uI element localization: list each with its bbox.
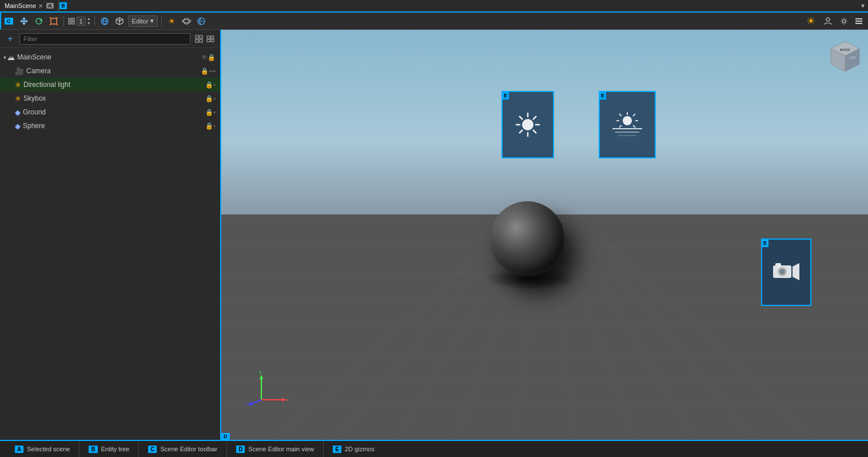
gizmo-camera[interactable]: E xyxy=(761,239,811,306)
tree-item-root[interactable]: ▾ ⛰ MainScene 👁 🔒 xyxy=(0,50,220,64)
sun-btn[interactable]: ☀ xyxy=(165,15,178,27)
gizmo1-sun-icon xyxy=(513,110,542,139)
planet-btn[interactable] xyxy=(180,15,193,27)
svg-line-71 xyxy=(619,125,622,128)
dlight-more-icon[interactable]: • xyxy=(213,81,216,88)
status-2d-gizmos: E 2D gizmos xyxy=(324,441,384,457)
axis-gizmo-svg: Y X Z xyxy=(244,371,290,406)
status-d-badge: D xyxy=(236,446,245,453)
tree-item-skybox[interactable]: ✳ Skybox 🔒 • xyxy=(0,92,220,105)
snap-down-icon[interactable]: ▼ xyxy=(87,21,91,26)
camera-lock-icon[interactable]: 🔒 xyxy=(201,67,209,75)
tree-item-ground[interactable]: ◆ Ground 🔒 • xyxy=(0,105,220,119)
more-icon xyxy=(855,17,862,25)
status-scene-toolbar: C Scene Editor toolbar xyxy=(139,441,227,457)
status-entity-tree: B Entity tree xyxy=(79,441,139,457)
status-selected-scene-text: Selected scene xyxy=(27,446,70,452)
tree-item-directional-light[interactable]: ✳ Directional light 🔒 • xyxy=(0,78,220,92)
world-toggle-button[interactable] xyxy=(98,15,111,27)
svg-line-66 xyxy=(633,114,635,116)
tab-overflow-icon: ▾ xyxy=(861,2,865,10)
gizmo-skybox[interactable]: E xyxy=(599,91,656,158)
rotate-tool-button[interactable] xyxy=(33,15,45,27)
toolbar-c-badge: C xyxy=(5,18,13,25)
svg-rect-12 xyxy=(855,18,862,19)
globe-btn[interactable] xyxy=(195,15,208,27)
snap-control: 1 ▲ ▼ xyxy=(67,17,91,26)
nav-cube-svg: BACK LEFT xyxy=(828,38,862,73)
root-lock-icon[interactable]: 🔒 xyxy=(208,54,216,61)
ground-more-icon[interactable]: • xyxy=(213,109,216,116)
filter-input[interactable] xyxy=(19,33,190,45)
snap-value: 1 xyxy=(77,17,86,26)
svg-rect-21 xyxy=(207,39,210,42)
camera-icon: 🎥 xyxy=(15,67,24,75)
nav-cube[interactable]: BACK LEFT xyxy=(828,38,862,73)
tab-mainscene[interactable]: MainScene ✕ A xyxy=(0,0,59,11)
toolbar-right-sun[interactable]: ☀ xyxy=(803,13,819,29)
planet-icon xyxy=(182,17,191,26)
tab-b-badge[interactable]: B xyxy=(59,0,68,11)
dlight-lock-icon[interactable]: 🔒 xyxy=(205,81,213,89)
directional-light-icon: ✳ xyxy=(15,81,21,89)
skybox-lock-icon[interactable]: 🔒 xyxy=(205,95,213,102)
svg-rect-1 xyxy=(51,18,57,24)
ground-lock-icon[interactable]: 🔒 xyxy=(205,109,213,116)
svg-rect-22 xyxy=(211,39,214,42)
snap-up-icon[interactable]: ▲ xyxy=(87,17,91,21)
svg-line-48 xyxy=(551,207,642,440)
box-tool-button[interactable] xyxy=(113,15,126,27)
gizmo-directional-light[interactable]: E xyxy=(501,91,554,158)
tab-arrow[interactable]: ▾ xyxy=(861,0,868,11)
status-c-badge: C xyxy=(148,446,157,453)
root-visibility-icon[interactable]: 👁 xyxy=(201,54,208,61)
move-tool-button[interactable] xyxy=(18,15,30,27)
snap-stepper[interactable]: ▲ ▼ xyxy=(87,17,91,26)
axis-gizmo: Y X Z xyxy=(244,371,290,406)
tab-close-icon[interactable]: ✕ xyxy=(38,3,43,9)
layout-grid-button[interactable] xyxy=(194,34,204,44)
sphere-more-icon[interactable]: • xyxy=(213,122,216,129)
svg-point-7 xyxy=(184,18,189,24)
svg-line-59 xyxy=(533,116,536,120)
gizmo3-camera-icon xyxy=(772,261,801,284)
status-selected-scene: A Selected scene xyxy=(6,441,79,457)
svg-line-40 xyxy=(571,194,868,207)
toolbar-right-more[interactable] xyxy=(853,14,865,28)
status-scene-main-view-text: Scene Editor main view xyxy=(248,446,314,452)
gizmo2-badge: E xyxy=(599,92,606,100)
svg-line-57 xyxy=(519,116,523,120)
svg-rect-2 xyxy=(69,18,71,21)
snap-icon xyxy=(67,17,75,25)
sphere-lock-icon[interactable]: 🔒 xyxy=(205,122,213,130)
svg-point-10 xyxy=(826,18,830,21)
tree-item-sphere[interactable]: ◆ Sphere 🔒 • xyxy=(0,119,220,133)
scene-d-badge: D xyxy=(221,433,230,440)
scene-tree: ▾ ⛰ MainScene 👁 🔒 🎥 Camera 🔒 ••• xyxy=(0,48,220,440)
toolbar-right-user[interactable] xyxy=(821,14,835,28)
svg-line-68 xyxy=(633,125,635,128)
layout-list-button[interactable] xyxy=(205,34,216,44)
scene-view[interactable]: E E xyxy=(221,30,868,440)
directional-light-label: Directional light xyxy=(23,81,205,89)
tab-b-label: B xyxy=(59,2,67,9)
add-entity-button[interactable]: + xyxy=(5,33,16,45)
svg-rect-13 xyxy=(855,21,862,22)
layout-buttons xyxy=(194,34,216,44)
toolbar-right-settings[interactable] xyxy=(837,14,851,28)
gizmo3-badge: E xyxy=(762,239,769,247)
scene-toolbar: C 1 ▲ ▼ xyxy=(0,13,868,30)
svg-rect-75 xyxy=(775,263,781,266)
status-bar: A Selected scene B Entity tree C Scene E… xyxy=(0,440,868,457)
sun2-icon: ☀ xyxy=(806,15,815,27)
editor-dropdown[interactable]: Editor ▾ xyxy=(128,15,158,27)
status-scene-toolbar-text: Scene Editor toolbar xyxy=(160,446,217,452)
scale-tool-button[interactable] xyxy=(47,15,60,27)
tree-item-camera[interactable]: 🎥 Camera 🔒 ••• xyxy=(0,64,220,78)
sphere-3d xyxy=(490,201,564,276)
svg-rect-17 xyxy=(196,39,198,42)
tab-bar: MainScene ✕ A B ▾ xyxy=(0,0,868,13)
camera-more-icon[interactable]: ••• xyxy=(209,67,216,74)
svg-line-60 xyxy=(519,130,523,133)
skybox-more-icon[interactable]: • xyxy=(213,95,216,102)
